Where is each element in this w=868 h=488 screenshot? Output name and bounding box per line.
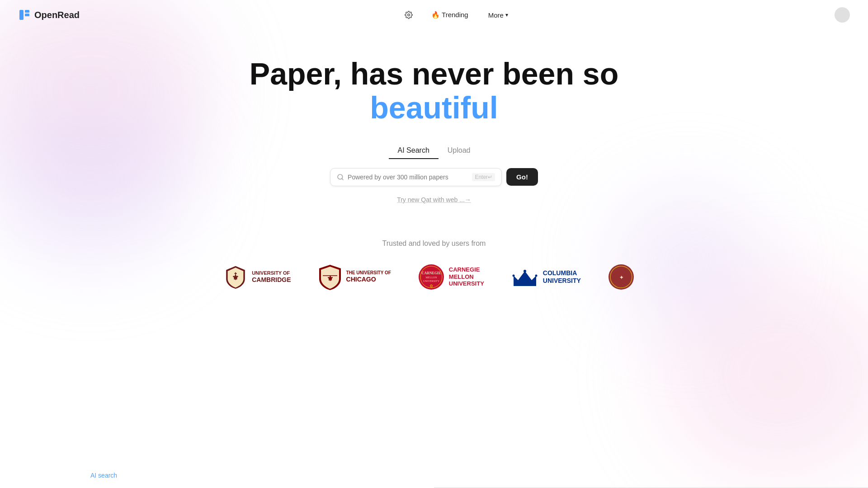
chicago-shield-icon: ⚜ xyxy=(318,264,342,290)
cmu-seal-container: CARNEGIE MELLON UNIVERSITY ⚙ xyxy=(418,264,444,290)
partial-seal-icon: ✦ xyxy=(608,264,634,290)
search-input-wrapper: Enter↵ xyxy=(330,168,502,186)
brand-logo[interactable]: OpenRead xyxy=(18,9,80,21)
svg-rect-1 xyxy=(25,10,29,13)
brand-name: OpenRead xyxy=(34,10,80,20)
try-qat-link[interactable]: Try new Qat with web ...→ xyxy=(397,196,471,203)
columbia-text: COLUMBIA UNIVERSITY xyxy=(543,269,581,285)
svg-rect-2 xyxy=(25,14,29,16)
svg-text:CARNEGIE: CARNEGIE xyxy=(421,271,441,275)
cambridge-text: UNIVERSITY OF CAMBRIDGE xyxy=(252,270,291,284)
svg-text:⚙: ⚙ xyxy=(429,284,433,288)
main-content: Paper, has never been so beautiful AI Se… xyxy=(0,30,868,203)
search-tabs: AI Search Upload xyxy=(389,143,480,159)
search-icon xyxy=(337,174,344,181)
tab-upload[interactable]: Upload xyxy=(439,143,480,159)
navbar: OpenRead 🔥 Trending More ▾ xyxy=(0,0,868,30)
svg-text:✚: ✚ xyxy=(234,272,237,275)
cmu-seal-icon: CARNEGIE MELLON UNIVERSITY ⚙ xyxy=(418,264,444,290)
tab-ai-search[interactable]: AI Search xyxy=(389,143,439,159)
svg-text:MELLON: MELLON xyxy=(425,276,437,279)
enter-hint: Enter↵ xyxy=(472,173,495,181)
gear-icon xyxy=(405,11,413,19)
chicago-text: THE UNIVERSITY OF CHICAGO xyxy=(346,270,391,283)
cmu-text: Carnegie Mellon University xyxy=(449,266,484,287)
more-label: More xyxy=(488,11,504,19)
trusted-section: Trusted and loved by users from ⚜ ✚ UNIV… xyxy=(0,239,868,290)
trending-label: 🔥 Trending xyxy=(431,11,468,19)
settings-button[interactable] xyxy=(401,8,416,22)
svg-point-18 xyxy=(512,275,514,277)
columbia-crown-icon xyxy=(511,267,538,287)
go-button[interactable]: Go! xyxy=(506,168,538,186)
trending-button[interactable]: 🔥 Trending xyxy=(427,8,473,22)
search-container: Enter↵ Go! xyxy=(330,168,538,186)
svg-point-19 xyxy=(535,275,537,277)
cambridge-shield-icon: ⚜ ✚ xyxy=(224,265,247,289)
openread-logo-icon xyxy=(18,9,31,21)
university-logos-row: ⚜ ✚ UNIVERSITY OF CAMBRIDGE ⚜ THE UNIVER… xyxy=(0,264,868,290)
hero-title-line1: Paper, has never been so xyxy=(250,57,618,91)
more-button[interactable]: More ▾ xyxy=(484,9,513,22)
svg-point-3 xyxy=(408,14,410,16)
nav-center: 🔥 Trending More ▾ xyxy=(401,8,513,22)
bottom-ai-search-label: AI search xyxy=(90,472,117,479)
columbia-logo: COLUMBIA UNIVERSITY xyxy=(511,267,581,287)
hero-title-line2: beautiful xyxy=(370,91,498,125)
svg-text:UNIVERSITY: UNIVERSITY xyxy=(423,280,440,282)
svg-line-5 xyxy=(342,178,343,180)
trusted-label: Trusted and loved by users from xyxy=(382,239,486,248)
svg-point-17 xyxy=(524,270,526,272)
chicago-logo: ⚜ THE UNIVERSITY OF CHICAGO xyxy=(318,264,391,290)
chevron-down-icon: ▾ xyxy=(505,12,508,18)
cambridge-logo: ⚜ ✚ UNIVERSITY OF CAMBRIDGE xyxy=(224,265,291,289)
search-input[interactable] xyxy=(348,174,468,181)
svg-rect-16 xyxy=(514,284,536,286)
svg-text:✦: ✦ xyxy=(619,275,623,280)
partial-university-logo: ✦ xyxy=(608,264,644,290)
user-avatar-button[interactable] xyxy=(835,7,850,23)
cmu-logo: CARNEGIE MELLON UNIVERSITY ⚙ Carnegie Me… xyxy=(418,264,484,290)
background-blob-3 xyxy=(642,262,868,488)
svg-rect-0 xyxy=(19,10,24,20)
